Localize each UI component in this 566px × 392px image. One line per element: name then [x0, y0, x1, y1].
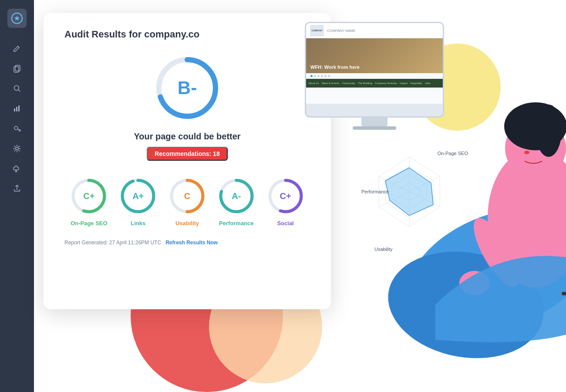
svg-point-8 — [459, 271, 490, 295]
monitor-base — [353, 126, 396, 130]
score-item-links: A+ Links — [118, 176, 158, 226]
website-preview: COMPANY COMPANY NAME WFH: Work from here… — [305, 22, 444, 126]
grade-subtitle: Your page could be better — [134, 132, 240, 142]
svg-rect-16 — [16, 107, 17, 112]
svg-point-18 — [14, 126, 18, 130]
nav-news: News & Events — [322, 82, 340, 84]
cloud-nav-icon[interactable] — [9, 160, 25, 177]
performance-circle: A- — [217, 176, 256, 216]
radar-label-usability: Usability — [374, 245, 393, 253]
svg-rect-12 — [15, 65, 20, 71]
monitor-hero-title: WFH: Work from here — [310, 64, 360, 70]
links-grade: A+ — [132, 191, 144, 201]
nav-hospitality: Hospitality — [410, 82, 422, 84]
logo-button[interactable] — [7, 9, 27, 28]
nav-jobs: Jobs — [425, 82, 431, 84]
recommendations-badge[interactable]: Recommendations: 18 — [147, 147, 227, 161]
usability-grade: C — [184, 191, 190, 201]
svg-point-7 — [465, 212, 527, 293]
export-nav-icon[interactable] — [9, 180, 25, 197]
links-label: Links — [131, 220, 145, 226]
social-label: Social — [277, 220, 293, 226]
edit-nav-icon[interactable] — [9, 40, 25, 57]
radar-chart-section: On-Page SEO Performance Usability — [366, 148, 470, 261]
monitor: COMPANY COMPANY NAME WFH: Work from here… — [305, 22, 444, 118]
links-circle: A+ — [118, 176, 158, 216]
nav-building: The Building — [358, 82, 372, 84]
svg-marker-42 — [385, 168, 433, 216]
overall-grade-circle: B- — [152, 53, 222, 123]
radar-label-seo: On-Page SEO — [438, 149, 468, 157]
monitor-top-bar: COMPANY COMPANY NAME — [306, 23, 443, 38]
dot-3 — [317, 75, 320, 77]
usability-circle: C — [168, 176, 207, 216]
score-item-performance: A- Performance — [217, 176, 256, 226]
settings-nav-icon[interactable] — [9, 140, 25, 157]
monitor-hero: WFH: Work from here — [306, 38, 443, 73]
main-card: Audit Results for company.co B- Your pag… — [44, 13, 331, 309]
overall-grade-letter: B- — [178, 78, 197, 98]
score-item-usability: C Usability — [168, 176, 207, 226]
svg-point-3 — [505, 118, 566, 179]
seo-circle: C+ — [69, 176, 108, 216]
svg-rect-15 — [14, 108, 15, 112]
card-footer: Report Generated: 27 April 11:26PM UTC R… — [64, 240, 310, 246]
dot-2 — [314, 75, 316, 77]
monitor-nav: About Us News & Events Community The Bui… — [306, 79, 443, 88]
score-item-seo: C+ On-Page SEO — [69, 176, 108, 226]
nav-ventures: Company Ventures — [375, 82, 397, 84]
radar-label-performance: Performance — [361, 187, 389, 195]
seo-grade: C+ — [83, 191, 94, 201]
scores-row: C+ On-Page SEO A+ Links C — [64, 176, 310, 226]
performance-grade: A- — [232, 191, 241, 201]
social-grade: C+ — [280, 191, 291, 201]
monitor-logo: COMPANY — [310, 25, 323, 36]
svg-point-5 — [536, 105, 562, 157]
monitor-stand — [361, 118, 387, 126]
sidebar — [0, 0, 34, 392]
copy-nav-icon[interactable] — [9, 60, 25, 77]
nav-community: Community — [342, 82, 355, 84]
dot-4 — [321, 75, 323, 77]
performance-label: Performance — [219, 220, 253, 226]
seo-label: On-Page SEO — [71, 220, 108, 226]
chart-nav-icon[interactable] — [9, 100, 25, 117]
card-title: Audit Results for company.co — [64, 29, 310, 40]
report-date: Report Generated: 27 April 11:26PM UTC — [64, 240, 161, 246]
key-nav-icon[interactable] — [9, 120, 25, 137]
social-circle: C+ — [266, 176, 305, 216]
monitor-screen: COMPANY COMPANY NAME WFH: Work from here… — [306, 23, 443, 104]
monitor-dots — [306, 73, 443, 79]
svg-rect-17 — [18, 105, 20, 112]
grade-section: B- Your page could be better Recommendat… — [64, 53, 310, 161]
svg-point-6 — [524, 151, 529, 154]
dot-5 — [324, 75, 327, 77]
search-nav-icon[interactable] — [9, 80, 25, 97]
nav-about: About Us — [308, 82, 319, 84]
score-item-social: C+ Social — [266, 176, 305, 226]
monitor-category: COMPANY NAME — [327, 29, 355, 33]
usability-label: Usability — [175, 220, 199, 226]
svg-point-19 — [16, 147, 18, 150]
dot-6 — [328, 75, 330, 77]
svg-rect-10 — [562, 292, 566, 295]
refresh-link[interactable]: Refresh Results Now — [165, 240, 218, 246]
dot-1 — [310, 75, 313, 77]
svg-point-2 — [488, 148, 566, 287]
nav-impact: Impact — [400, 82, 408, 84]
svg-point-4 — [504, 102, 566, 150]
svg-rect-13 — [14, 67, 19, 72]
